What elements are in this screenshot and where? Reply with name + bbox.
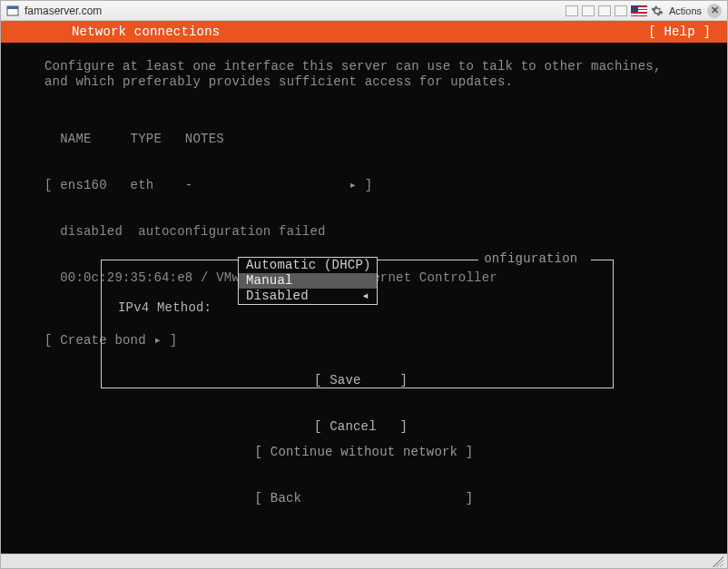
footer-buttons: [ Continue without network ] [ Back ] (1, 414, 727, 537)
dropdown-option-automatic[interactable]: Automatic (DHCP) (239, 258, 377, 273)
window: famaserver.com Actions ✕ Network connect… (0, 0, 728, 569)
titlebar: famaserver.com Actions ✕ (1, 1, 727, 21)
ipv4-config-dialog: onfiguration IPv4 Method: Automatic (DHC… (101, 260, 614, 388)
titlebar-button-1[interactable] (566, 5, 578, 16)
close-icon[interactable]: ✕ (707, 4, 722, 18)
chevron-left-icon: ◂ (361, 289, 369, 304)
continue-without-network-button[interactable]: [ Continue without network ] (1, 445, 727, 460)
titlebar-button-3[interactable] (598, 5, 611, 16)
resize-grip-icon[interactable] (713, 556, 723, 567)
iface-status: disabled autoconfiguration failed (44, 224, 684, 240)
statusbar (1, 554, 727, 568)
ipv4-method-label: IPv4 Method: (118, 300, 212, 316)
header-bar: Network connections [ Help ] (1, 21, 727, 43)
svg-rect-1 (7, 6, 18, 9)
dropdown-option-disabled[interactable]: Disabled ◂ (239, 289, 377, 304)
dialog-title-fragment: onfiguration (478, 251, 591, 267)
flag-icon[interactable] (631, 5, 647, 16)
window-title: famaserver.com (25, 5, 566, 17)
intro-text: Configure at least one interface this se… (44, 59, 684, 90)
actions-label[interactable]: Actions (667, 5, 703, 16)
titlebar-button-4[interactable] (615, 5, 627, 16)
save-button[interactable]: [ Save ] (314, 373, 408, 388)
window-app-icon (6, 5, 19, 17)
iface-row[interactable]: [ ens160 eth - ▸ ] (44, 178, 684, 193)
gear-icon[interactable] (651, 5, 664, 17)
page-title: Network connections (72, 25, 648, 40)
titlebar-button-2[interactable] (582, 5, 595, 16)
ipv4-method-dropdown[interactable]: Automatic (DHCP) Manual Disabled ◂ (238, 257, 378, 305)
help-button[interactable]: [ Help ] (648, 25, 711, 40)
back-button[interactable]: [ Back ] (1, 491, 727, 506)
iface-headers: NAME TYPE NOTES (44, 132, 684, 147)
terminal: Network connections [ Help ] Configure a… (1, 21, 727, 554)
dropdown-option-manual[interactable]: Manual (239, 273, 377, 289)
